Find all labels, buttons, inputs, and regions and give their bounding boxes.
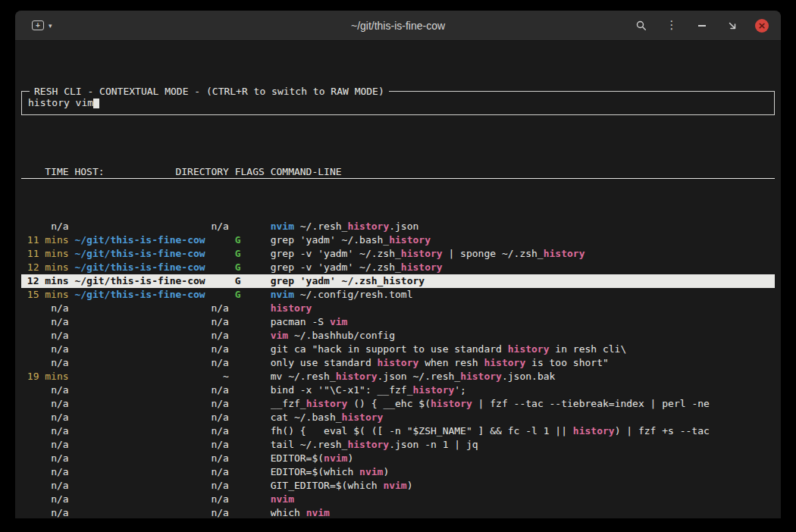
row-host-directory: ~/git/this-is-fine-cow — [74, 274, 228, 288]
row-command: git ca "hack in support to use standard … — [271, 343, 775, 356]
row-command: EDITOR=$(nvim) — [271, 452, 775, 465]
row-time: n/a — [21, 424, 69, 438]
history-row[interactable]: n/an/aEDITOR=$(nvim) — [21, 452, 775, 465]
history-row[interactable]: n/an/ahistory — [21, 302, 775, 315]
row-time: n/a — [21, 397, 69, 411]
row-time: 12 mins — [21, 261, 69, 274]
row-time: n/a — [21, 479, 69, 493]
terminal-content: RESH CLI - CONTEXTUAL MODE - (CTRL+R to … — [15, 41, 781, 518]
row-time: n/a — [21, 465, 69, 479]
row-flags — [235, 370, 265, 383]
history-row[interactable]: n/an/agit ca "hack in support to use sta… — [21, 343, 775, 356]
history-row[interactable]: n/an/avim ~/.bashhub/config — [21, 329, 775, 343]
history-row[interactable]: n/an/anvim ~/.resh_history.json — [21, 220, 775, 233]
row-flags — [235, 506, 265, 518]
history-row[interactable]: n/an/acat ~/.bash_history — [21, 411, 775, 424]
search-icon — [635, 20, 647, 32]
row-command: fh() { eval $( ([ -n "$ZSH_NAME" ] && fc… — [271, 424, 775, 438]
history-row-selected[interactable]: 12 mins~/git/this-is-fine-cowGgrep 'yadm… — [21, 274, 775, 288]
row-command: __fzf_history () { __ehc $(history | fzf… — [271, 397, 775, 411]
history-row[interactable]: n/an/a__fzf_history () { __ehc $(history… — [21, 397, 775, 411]
row-flags: G — [235, 247, 265, 261]
menu-button[interactable]: ⋮ — [664, 18, 679, 33]
row-time: n/a — [21, 452, 69, 465]
row-command: history — [271, 302, 775, 315]
search-box: RESH CLI - CONTEXTUAL MODE - (CTRL+R to … — [21, 91, 775, 115]
table-header: TIME HOST:DIRECTORY FLAGS COMMAND-LINE — [21, 165, 775, 179]
row-flags — [235, 493, 265, 506]
row-command: GIT_EDITOR=$(which nvim) — [271, 479, 775, 493]
row-flags — [235, 329, 265, 343]
row-flags — [235, 438, 265, 452]
history-row[interactable]: n/an/aEDITOR=$(which nvim) — [21, 465, 775, 479]
row-host-directory: n/a — [74, 329, 228, 343]
history-row[interactable]: 19 mins~mv ~/.resh_history.json ~/.resh_… — [21, 370, 775, 383]
row-time: n/a — [21, 315, 69, 329]
search-box-title: RESH CLI - CONTEXTUAL MODE - (CTRL+R to … — [30, 85, 389, 99]
header-host-directory: HOST:DIRECTORY — [74, 165, 228, 178]
row-host-directory: n/a — [74, 493, 228, 506]
header-time: TIME — [21, 165, 69, 178]
history-row[interactable]: n/an/afh() { eval $( ([ -n "$ZSH_NAME" ]… — [21, 424, 775, 438]
new-tab-icon: + — [32, 20, 44, 30]
row-flags — [235, 452, 265, 465]
history-row[interactable]: n/an/abind -x '"\C-x1": __fzf_history'; — [21, 383, 775, 397]
row-host-directory: n/a — [74, 465, 228, 479]
row-time: n/a — [21, 356, 69, 370]
row-host-directory: ~ — [74, 370, 228, 383]
row-flags — [235, 220, 265, 233]
close-icon: × — [758, 20, 766, 30]
row-time: n/a — [21, 438, 69, 452]
row-time: n/a — [21, 506, 69, 518]
row-command: nvim ~/.resh_history.json — [271, 220, 775, 233]
row-host-directory: ~/git/this-is-fine-cow — [74, 288, 228, 302]
row-command: bind -x '"\C-x1": __fzf_history'; — [271, 383, 775, 397]
row-flags — [235, 465, 265, 479]
row-flags — [235, 343, 265, 356]
history-row[interactable]: n/an/apacman -S vim — [21, 315, 775, 329]
restore-button[interactable] — [725, 18, 740, 33]
row-host-directory: n/a — [74, 452, 228, 465]
row-host-directory: n/a — [74, 343, 228, 356]
row-host-directory: n/a — [74, 424, 228, 438]
chevron-down-icon: ▾ — [49, 22, 52, 30]
row-command: pacman -S vim — [271, 315, 775, 329]
row-time: 11 mins — [21, 233, 69, 247]
history-row[interactable]: n/an/aGIT_EDITOR=$(which nvim) — [21, 479, 775, 493]
row-command: grep -v 'yadm' ~/.zsh_history — [271, 261, 775, 274]
row-time: n/a — [21, 302, 69, 315]
row-flags — [235, 383, 265, 397]
new-tab-button[interactable]: + ▾ — [30, 19, 54, 32]
kebab-menu-icon: ⋮ — [666, 20, 678, 31]
row-host-directory: n/a — [74, 220, 228, 233]
header-flags: FLAGS — [235, 165, 265, 178]
titlebar: + ▾ ~/git/this-is-fine-cow ⋮ — [15, 11, 781, 41]
history-row[interactable]: n/an/aonly use standard history when res… — [21, 356, 775, 370]
history-row[interactable]: 12 mins~/git/this-is-fine-cowGgrep -v 'y… — [21, 261, 775, 274]
row-command: grep -v 'yadm' ~/.zsh_history | sponge ~… — [271, 247, 775, 261]
history-row[interactable]: n/an/anvim — [21, 493, 775, 506]
row-host-directory: n/a — [74, 356, 228, 370]
history-row[interactable]: 15 mins~/git/this-is-fine-cowGnvim ~/.co… — [21, 288, 775, 302]
row-host-directory: n/a — [74, 383, 228, 397]
history-row[interactable]: 11 mins~/git/this-is-fine-cowGgrep -v 'y… — [21, 247, 775, 261]
header-directory: DIRECTORY — [175, 165, 228, 178]
row-flags: G — [235, 233, 265, 247]
minimize-button[interactable] — [694, 18, 710, 33]
row-command: only use standard history when resh hist… — [271, 356, 775, 370]
restore-icon — [727, 20, 738, 31]
row-time: 15 mins — [21, 288, 69, 302]
row-time: n/a — [21, 329, 69, 343]
row-command: grep 'yadm' ~/.zsh_history — [271, 274, 775, 288]
row-flags — [235, 397, 265, 411]
header-command: COMMAND-LINE — [271, 165, 775, 178]
history-row[interactable]: n/an/awhich nvim — [21, 506, 775, 518]
row-command: nvim ~/.config/resh.toml — [271, 288, 775, 302]
history-row[interactable]: n/an/atail ~/.resh_history.json -n 1 | j… — [21, 438, 775, 452]
history-row[interactable]: 11 mins~/git/this-is-fine-cowGgrep 'yadm… — [21, 233, 775, 247]
close-button[interactable]: × — [755, 19, 769, 33]
row-time: n/a — [21, 493, 69, 506]
minimize-icon — [698, 25, 706, 27]
search-button[interactable] — [634, 18, 649, 33]
row-command: nvim — [271, 493, 775, 506]
